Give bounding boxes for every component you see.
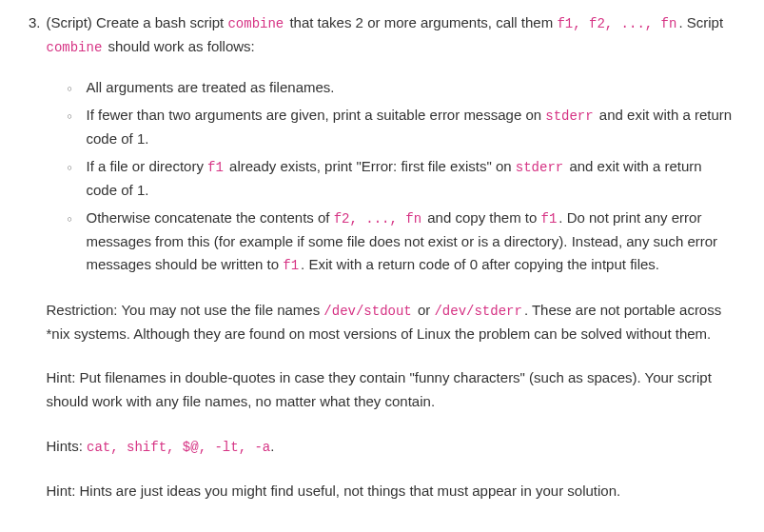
bullet-4-text-b: and copy them to — [423, 209, 540, 226]
bullet-4-text-d: . Exit with a return code of 0 after cop… — [301, 256, 659, 272]
code-dev-stdout: /dev/stdout — [323, 304, 413, 319]
bullet-3-text-b: already exists, print "Error: first file… — [225, 158, 516, 174]
code-f1-3: f1 — [283, 258, 301, 273]
restriction-text-b: or — [414, 302, 435, 318]
intro-label: (Script) — [47, 14, 92, 30]
list-item: If fewer than two arguments are given, p… — [68, 104, 735, 151]
restriction-paragraph: Restriction: You may not use the file na… — [47, 299, 735, 346]
intro-text-1d: should work as follows: — [104, 38, 254, 54]
bullet-3-text-a: If a file or directory — [87, 158, 208, 174]
intro-text-1c: . Script — [678, 14, 723, 30]
code-args-list: f1, f2, ..., fn — [557, 16, 678, 31]
list-item: All arguments are treated as filenames. — [68, 76, 735, 100]
code-stderr: stderr — [545, 108, 595, 124]
restriction-text-a: Restriction: You may not use the file na… — [47, 302, 324, 318]
question-number: 3. — [29, 11, 41, 524]
requirements-list: All arguments are treated as filenames. … — [68, 76, 735, 277]
bullet-2-text-a: If fewer than two arguments are given, p… — [87, 107, 546, 123]
bullet-1-text: All arguments are treated as filenames. — [87, 79, 335, 95]
list-item: Otherwise concatenate the contents of f2… — [68, 207, 735, 278]
code-combine: combine — [227, 16, 285, 31]
question-item: 3. (Script) Create a bash script combine… — [29, 11, 735, 524]
code-f1: f1 — [207, 160, 225, 175]
hint-2-text-b: . — [270, 438, 274, 454]
hint-3-text: Hint: Hints are just ideas you might fin… — [47, 483, 621, 499]
question-intro: (Script) Create a bash script combine th… — [47, 11, 735, 59]
code-stderr-2: stderr — [516, 160, 565, 175]
hint-1-paragraph: Hint: Put filenames in double-quotes in … — [47, 366, 735, 414]
code-f2-fn: f2, ..., fn — [334, 211, 423, 227]
intro-text-1b: that takes 2 or more arguments, call the… — [285, 14, 557, 30]
hint-1-text: Hint: Put filenames in double-quotes in … — [47, 369, 712, 409]
code-hints-list: cat, shift, $@, -lt, -a — [87, 440, 270, 455]
hint-2-text-a: Hints: — [47, 438, 88, 454]
intro-text-1a: Create a bash script — [92, 14, 228, 30]
hint-2-paragraph: Hints: cat, shift, $@, -lt, -a. — [47, 435, 735, 459]
bullet-4-text-a: Otherwise concatenate the contents of — [87, 209, 334, 226]
hint-3-paragraph: Hint: Hints are just ideas you might fin… — [47, 480, 735, 503]
code-dev-stderr: /dev/stderr — [434, 304, 523, 319]
code-f1-2: f1 — [541, 211, 559, 227]
question-content: (Script) Create a bash script combine th… — [47, 11, 735, 524]
list-item: If a file or directory f1 already exists… — [68, 155, 735, 203]
code-combine-2: combine — [47, 40, 105, 55]
